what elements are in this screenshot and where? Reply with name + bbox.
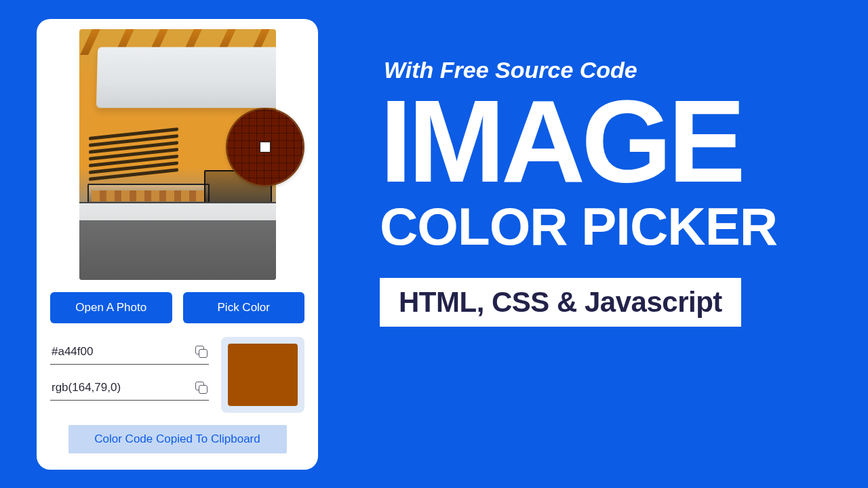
hero-text: With Free Source Code IMAGE COLOR PICKER… [380, 57, 841, 327]
image-preview[interactable] [79, 29, 276, 280]
color-swatch-container [221, 337, 304, 413]
copy-hex-icon[interactable] [195, 346, 208, 358]
eyedropper-magnifier[interactable] [227, 109, 303, 185]
copy-rgb-icon[interactable] [195, 382, 208, 394]
clipboard-toast: Color Code Copied To Clipboard [68, 425, 287, 453]
rgb-field [50, 377, 209, 401]
open-photo-button[interactable]: Open A Photo [50, 292, 172, 323]
hero-subtitle: COLOR PICKER [380, 196, 841, 258]
hex-field [50, 341, 209, 365]
color-picker-card: Open A Photo Pick Color Color Code Copie… [37, 19, 318, 470]
hex-input[interactable] [52, 345, 195, 359]
color-swatch [228, 344, 298, 406]
rgb-input[interactable] [52, 381, 195, 394]
pick-color-button[interactable]: Pick Color [183, 292, 305, 323]
hero-title: IMAGE [380, 87, 841, 195]
tech-badge: HTML, CSS & Javascript [380, 278, 741, 327]
